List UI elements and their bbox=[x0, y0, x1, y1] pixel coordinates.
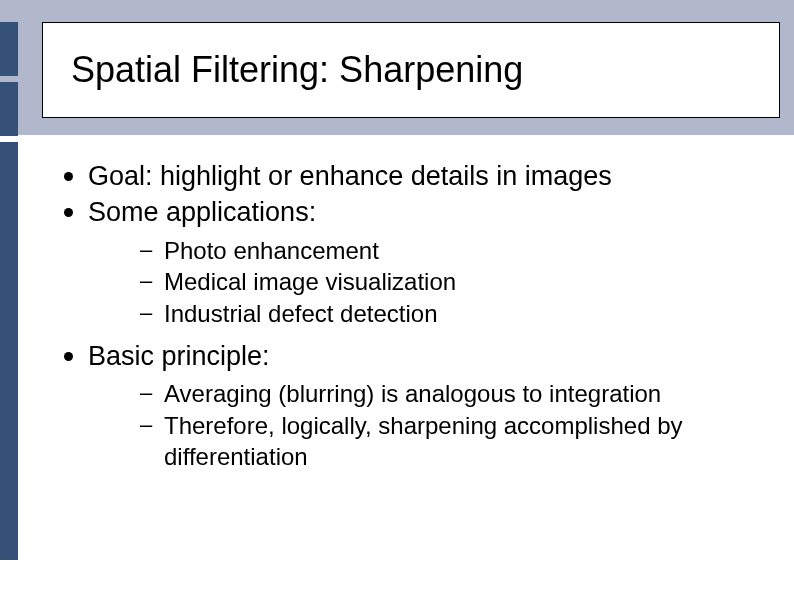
list-item: Some applications: Photo enhancement Med… bbox=[58, 196, 768, 330]
sub-list: Photo enhancement Medical image visualiz… bbox=[88, 236, 768, 330]
bullet-text: Some applications: bbox=[88, 197, 316, 227]
page-title: Spatial Filtering: Sharpening bbox=[71, 49, 523, 91]
list-item: Averaging (blurring) is analogous to int… bbox=[140, 379, 768, 410]
bullet-text: Medical image visualization bbox=[164, 268, 456, 295]
list-item: Medical image visualization bbox=[140, 267, 768, 298]
list-item: Photo enhancement bbox=[140, 236, 768, 267]
rail-segment bbox=[0, 82, 18, 136]
sub-list: Averaging (blurring) is analogous to int… bbox=[88, 379, 768, 472]
list-item: Industrial defect detection bbox=[140, 299, 768, 330]
rail-segment bbox=[0, 142, 18, 560]
bullet-list: Goal: highlight or enhance details in im… bbox=[58, 160, 768, 473]
bullet-text: Averaging (blurring) is analogous to int… bbox=[164, 380, 661, 407]
left-rail bbox=[0, 0, 18, 595]
bullet-text: Therefore, logically, sharpening accompl… bbox=[164, 412, 683, 470]
bullet-text: Basic principle: bbox=[88, 341, 270, 371]
rail-segment bbox=[0, 22, 18, 76]
list-item: Goal: highlight or enhance details in im… bbox=[58, 160, 768, 194]
content-area: Goal: highlight or enhance details in im… bbox=[58, 160, 768, 483]
bullet-text: Goal: highlight or enhance details in im… bbox=[88, 161, 612, 191]
list-item: Therefore, logically, sharpening accompl… bbox=[140, 411, 768, 472]
title-box: Spatial Filtering: Sharpening bbox=[42, 22, 780, 118]
slide: Spatial Filtering: Sharpening Goal: high… bbox=[0, 0, 794, 595]
list-item: Basic principle: Averaging (blurring) is… bbox=[58, 340, 768, 473]
bullet-text: Photo enhancement bbox=[164, 237, 379, 264]
bullet-text: Industrial defect detection bbox=[164, 300, 438, 327]
